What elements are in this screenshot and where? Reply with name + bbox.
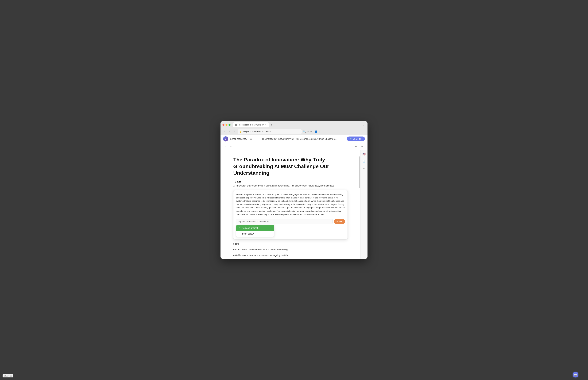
body-text-partial-1: g time <box>233 242 348 246</box>
new-tab-button[interactable]: + <box>269 123 274 127</box>
editor-area: The Paradox of Innovation: Why Truly Gro… <box>221 150 367 259</box>
tab-bar: ✎ The Paradox of Innovation: W ✕ + ⌄ <box>233 122 365 127</box>
zoom-icon[interactable]: 🔍 <box>303 130 306 133</box>
divider <box>313 130 313 133</box>
avatar: E <box>223 136 228 141</box>
toolbar-right: ⚙ ⋯ <box>353 144 365 149</box>
address-bar: ‹ › ↻ 🔒 app.yomu.ai/editor/KlOwZxFhkcP0 … <box>221 128 367 135</box>
ai-popup: The landscape of AI innovation is inhere… <box>233 190 348 240</box>
undo-button[interactable]: ↩ <box>223 144 228 149</box>
body-text-partial-3: o Galilei was put under house arrest for… <box>233 254 348 257</box>
share-icon: 🔗 <box>349 138 352 140</box>
tab-close-button[interactable]: ✕ <box>264 124 267 126</box>
traffic-lights <box>223 124 231 126</box>
url-bar[interactable]: 🔒 app.yomu.ai/editor/KlOwZxFhkcP0 <box>238 129 302 134</box>
browser-actions: 🔍 ☆ ⧉ 👤 ⋮ <box>303 130 321 133</box>
editor-content[interactable]: The Paradox of Innovation: Why Truly Gro… <box>221 150 361 259</box>
ai-generated-text: The landscape of AI innovation is inhere… <box>236 193 345 216</box>
user-name: Elman Mansimov <box>230 138 247 140</box>
menu-icon[interactable]: ⋮ <box>319 130 321 133</box>
expand-icon[interactable]: ⊞ <box>362 166 366 171</box>
redo-icon: ↪ <box>230 145 232 148</box>
ask-button[interactable]: ✦ Ask <box>334 219 345 224</box>
body-text-partial-2: ons and ideas have faced doubt and misun… <box>233 248 348 252</box>
close-button[interactable] <box>223 124 224 126</box>
tab-title: The Paradox of Innovation: W <box>238 124 264 126</box>
back-button[interactable]: ‹ <box>223 130 226 133</box>
settings-icon: ⚙ <box>355 145 357 148</box>
forward-button[interactable]: › <box>227 130 231 133</box>
redo-button[interactable]: ↪ <box>229 144 234 149</box>
ai-prompt-input[interactable] <box>236 219 332 224</box>
star-icon[interactable]: ☆ <box>307 130 309 133</box>
tab-favicon: ✎ <box>235 124 237 126</box>
maximize-button[interactable] <box>228 124 231 126</box>
minimize-button[interactable] <box>225 124 227 126</box>
check-icon: ✓ <box>238 227 240 229</box>
app-header: E Elman Mansimov ▭ The Paradox of Innova… <box>221 135 367 143</box>
ai-input-row: ✦ Ask <box>236 219 345 224</box>
profile-icon[interactable]: 👤 <box>315 130 317 133</box>
url-text: app.yomu.ai/editor/KlOwZxFhkcP0 <box>243 131 272 133</box>
sidebar-toggle-icon[interactable]: ▭ <box>250 137 252 140</box>
tldr-section-title: TL;DR <box>233 180 348 183</box>
settings-button[interactable]: ⚙ <box>353 144 359 149</box>
document-title-header: The Paradox of Innovation: Why Truly Gro… <box>254 138 345 140</box>
refresh-button[interactable]: ↻ <box>233 130 237 133</box>
tldr-subtitle: AI innovation challenges beliefs, demand… <box>233 184 348 187</box>
active-tab[interactable]: ✎ The Paradox of Innovation: W ✕ <box>233 122 269 127</box>
toolbar: ↩ ↪ ⚙ ⋯ <box>221 143 367 150</box>
document-main-title: The Paradox of Innovation: Why Truly Gro… <box>233 156 348 176</box>
title-bar: ✎ The Paradox of Innovation: W ✕ + ⌄ <box>221 121 367 128</box>
flag-icon: 🇺🇸 <box>362 152 366 156</box>
extensions-icon[interactable]: ⧉ <box>310 130 312 133</box>
insert-below-button[interactable]: ↳ Insert below <box>236 231 274 237</box>
tab-dropdown-icon[interactable]: ⌄ <box>362 123 365 127</box>
document-icon[interactable]: 📄 <box>362 159 366 164</box>
lock-icon: 🔒 <box>239 131 242 133</box>
right-sidebar: 🇺🇸 📄 ⊞ <box>361 150 367 259</box>
replace-original-button[interactable]: ✓ Replace original <box>236 225 274 231</box>
undo-icon: ↩ <box>225 145 226 148</box>
more-icon: ⋯ <box>361 145 364 148</box>
action-dropdown: ✓ Replace original ↳ Insert below <box>236 225 274 237</box>
ask-sparkle-icon: ✦ <box>336 221 338 223</box>
more-button[interactable]: ⋯ <box>360 144 365 149</box>
insert-below-icon: ↳ <box>238 233 240 235</box>
share-button[interactable]: 🔗 Share doc <box>347 136 365 141</box>
